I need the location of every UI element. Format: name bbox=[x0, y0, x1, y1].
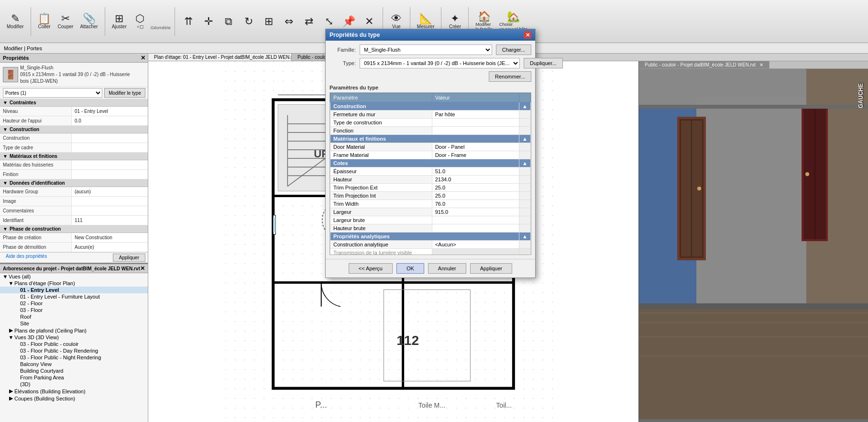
prop-value-phase-demo[interactable]: Aucun(e) bbox=[72, 243, 148, 252]
value-cell[interactable]: Door - Frame bbox=[432, 151, 519, 159]
table-row: Door MaterialDoor - Panel bbox=[330, 143, 531, 151]
row-action-cell bbox=[519, 216, 531, 224]
modify-btn[interactable]: ✎ Modifier bbox=[4, 11, 27, 31]
prop-value-construction[interactable] bbox=[72, 133, 148, 143]
properties-close-btn[interactable]: ✕ bbox=[141, 55, 145, 61]
construction-section-header[interactable]: ▼ Construction bbox=[0, 126, 148, 133]
prop-label-hauteur: Hauteur de l'appui bbox=[0, 116, 72, 125]
dialog-appliquer-btn[interactable]: Appliquer bbox=[470, 263, 512, 274]
prop-value-niveau[interactable]: 01 - Entry Level bbox=[72, 107, 148, 116]
tree-item-vues_all[interactable]: ▼Vues (all) bbox=[0, 273, 148, 280]
modify-type-btn[interactable]: Modifier le type bbox=[104, 88, 145, 98]
prop-value-hauteur[interactable]: 0.0 bbox=[72, 116, 148, 125]
move-btn[interactable]: ✛ bbox=[199, 14, 218, 29]
type-select[interactable]: Portes (1) bbox=[3, 88, 102, 98]
right-3d-viewport[interactable]: Public - couloir - Projet datBIM_école J… bbox=[638, 61, 868, 422]
ajuster-btn[interactable]: ⊞ Ajuster bbox=[109, 11, 130, 31]
tree-item-floor_02[interactable]: 02 - Floor bbox=[0, 300, 148, 307]
mirror2-btn[interactable]: ⇄ bbox=[299, 14, 319, 29]
tree-item-entry_level[interactable]: 01 - Entry Level bbox=[0, 287, 148, 293]
tree-item-plans_etage[interactable]: ▼Plans d'étage (Floor Plan) bbox=[0, 280, 148, 287]
prop-value-finition[interactable] bbox=[72, 170, 148, 179]
value-cell[interactable]: 25.0 bbox=[432, 184, 519, 192]
value-cell[interactable]: <Aucun> bbox=[432, 241, 519, 249]
value-cell[interactable]: Par hôte bbox=[432, 111, 519, 119]
value-cell[interactable]: Door - Panel bbox=[432, 143, 519, 151]
materiaux-section-header[interactable]: ▼ Matériaux et finitions bbox=[0, 153, 148, 160]
rotate-btn[interactable]: ↻ bbox=[239, 14, 258, 29]
tree-item-coupes[interactable]: ▶Coupes (Building Section) bbox=[0, 395, 148, 402]
dialog-ok-btn[interactable]: OK bbox=[396, 263, 424, 274]
aide-link[interactable]: Aide des propriétés bbox=[3, 254, 47, 262]
value-cell[interactable]: 25.0 bbox=[432, 192, 519, 200]
right-tab-couloir[interactable]: Public - couloir - Projet datBIM_école J… bbox=[639, 61, 769, 68]
prop-value-cadre[interactable] bbox=[72, 143, 148, 152]
section-row-construction[interactable]: Construction▲ bbox=[330, 102, 531, 111]
tree-item-elevations[interactable]: ▶Élévations (Building Elevation) bbox=[0, 388, 148, 395]
array-btn[interactable]: ⊞ bbox=[259, 14, 278, 29]
tree-item-furniture[interactable]: 01 - Entry Level - Furniture Layout bbox=[0, 293, 148, 300]
scale-btn[interactable]: ⤡ bbox=[319, 14, 339, 29]
dialog-annuler-btn[interactable]: Annuler bbox=[428, 263, 466, 274]
tree-close-btn[interactable]: ✕ bbox=[140, 265, 145, 272]
dialog-apercu-btn[interactable]: << Aperçu bbox=[349, 263, 393, 274]
section-row-analytiques[interactable]: Propriétés analytiques▲ bbox=[330, 233, 531, 241]
value-cell[interactable]: 76.0 bbox=[432, 200, 519, 208]
geo-btn[interactable]: ⬡ ○◻ bbox=[131, 11, 150, 31]
section-row-cotes[interactable]: Cotes▲ bbox=[330, 159, 531, 167]
tree-item-3d[interactable]: (3D) bbox=[0, 381, 148, 388]
tree-item-floor_day[interactable]: 03 - Floor Public - Day Rendering bbox=[0, 347, 148, 354]
attacher-btn[interactable]: 📎 Attacher bbox=[77, 11, 100, 31]
prop-value-image[interactable] bbox=[72, 197, 148, 206]
mirror1-icon: ⇔ bbox=[285, 16, 293, 27]
dialog-close-btn[interactable]: ✕ bbox=[524, 31, 531, 39]
creer-btn[interactable]: ✦ Créer bbox=[445, 11, 464, 31]
dialog-dupliquer-btn[interactable]: Dupliquer... bbox=[524, 58, 563, 68]
phase-label: Phase de construction bbox=[10, 226, 61, 232]
prop-value-phase-creation[interactable]: New Construction bbox=[72, 233, 148, 242]
align-btn[interactable]: ⇈ bbox=[179, 14, 198, 29]
param-cell: Fermeture du mur bbox=[330, 111, 432, 119]
prop-value-hardware[interactable]: (aucun) bbox=[72, 187, 148, 196]
prop-value-commentaires[interactable] bbox=[72, 206, 148, 215]
delete-btn[interactable]: ✕ bbox=[360, 14, 379, 29]
apply-btn[interactable]: Appliquer bbox=[113, 254, 145, 262]
value-cell[interactable]: 915.0 bbox=[432, 208, 519, 216]
tree-toggle-vues_3d: ▼ bbox=[8, 334, 14, 340]
mirror1-btn[interactable]: ⇔ bbox=[279, 14, 298, 29]
phase-section-header[interactable]: ▼ Phase de construction bbox=[0, 225, 148, 233]
contraintes-section-header[interactable]: ▼ Contraintes bbox=[0, 99, 148, 107]
tree-item-vues_3d[interactable]: ▼Vues 3D (3D View) bbox=[0, 334, 148, 341]
tree-item-site[interactable]: Site bbox=[0, 320, 148, 327]
value-cell[interactable]: 51.0 bbox=[432, 167, 519, 176]
tree-item-balcony[interactable]: Balcony View bbox=[0, 361, 148, 367]
dialog-type-select[interactable]: 0915 x 2134mm - 1 vantail 39 (0 / -2) dB… bbox=[360, 58, 520, 68]
couper-btn[interactable]: ✂ Couper bbox=[55, 11, 77, 31]
tree-item-floor_03[interactable]: 03 - Floor bbox=[0, 307, 148, 313]
donnees-section-header[interactable]: ▼ Données d'identification bbox=[0, 179, 148, 187]
prop-value-huisseries[interactable] bbox=[72, 160, 148, 169]
type-properties-dialog[interactable]: Propriétés du type ✕ Famille: M_Single-F… bbox=[325, 29, 536, 278]
vue-btn[interactable]: 👁 Vue bbox=[387, 11, 406, 31]
tree-item-courtyard[interactable]: Building Courtyard bbox=[0, 367, 148, 374]
tree-item-parking[interactable]: From Parking Area bbox=[0, 374, 148, 381]
pin-btn[interactable]: 📌 bbox=[340, 14, 359, 29]
prop-label-commentaires: Commentaires bbox=[0, 206, 72, 215]
vue-group: 👁 Vue bbox=[387, 11, 406, 31]
section-row-materiaux[interactable]: Matériaux et finitions▲ bbox=[330, 135, 531, 143]
dialog-renommer-btn[interactable]: Renommer... bbox=[489, 71, 531, 82]
right-tab-close[interactable]: ✕ bbox=[759, 62, 763, 67]
value-cell[interactable]: 2134.0 bbox=[432, 176, 519, 184]
coller-btn[interactable]: 📋 Coller bbox=[35, 11, 54, 31]
tab-floor-plan[interactable]: Plan d'étage: 01 - Entry Level - Projet … bbox=[148, 54, 292, 61]
mesurer-btn[interactable]: 📐 Mesurer bbox=[414, 11, 438, 31]
copy-btn[interactable]: ⧉ bbox=[219, 14, 238, 29]
prop-value-identifiant[interactable]: 111 bbox=[72, 216, 148, 225]
tree-toggle-vues_all: ▼ bbox=[2, 274, 9, 279]
tree-item-plans_plafond[interactable]: ▶Plans de plafond (Ceiling Plan) bbox=[0, 327, 148, 334]
tree-item-floor_night[interactable]: 03 - Floor Public - Night Rendering bbox=[0, 354, 148, 361]
dialog-family-select[interactable]: M_Single-Flush bbox=[360, 44, 492, 55]
tree-item-roof[interactable]: Roof bbox=[0, 313, 148, 320]
dialog-charger-btn[interactable]: Charger... bbox=[496, 44, 531, 55]
tree-item-floor_public[interactable]: 03 - Floor Public - couloir bbox=[0, 341, 148, 347]
